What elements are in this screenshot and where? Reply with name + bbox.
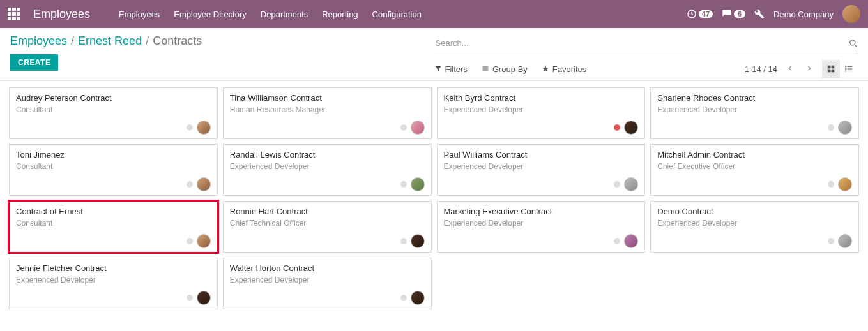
topnav-right: 47 6 Demo Company [687, 5, 860, 23]
kanban-card[interactable]: Toni JimenezConsultant [9, 144, 218, 196]
card-subtitle: Consultant [16, 105, 211, 114]
avatar[interactable] [838, 121, 852, 135]
pager-prev[interactable] [784, 64, 796, 74]
card-footer [16, 234, 211, 248]
status-dot[interactable] [187, 295, 193, 301]
kanban-card[interactable]: Walter Horton ContractExperienced Develo… [223, 258, 432, 309]
card-title: Toni Jimenez [16, 150, 211, 159]
status-dot[interactable] [828, 181, 834, 188]
avatar[interactable] [197, 177, 211, 191]
status-dot[interactable] [400, 238, 407, 244]
card-title: Walter Horton Contract [230, 263, 425, 273]
status-dot[interactable] [400, 181, 407, 188]
nav-departments[interactable]: Departments [261, 10, 308, 19]
kanban-card[interactable]: Ronnie Hart ContractChief Technical Offi… [223, 201, 432, 253]
group-by-label: Group By [492, 64, 528, 74]
status-dot[interactable] [187, 124, 193, 131]
card-title: Jennie Fletcher Contract [16, 263, 211, 273]
favorites-button[interactable]: Favorites [542, 64, 586, 74]
kanban-card[interactable]: Randall Lewis ContractExperienced Develo… [223, 144, 432, 196]
group-by-button[interactable]: Group By [482, 64, 528, 74]
kanban-card[interactable]: Jennie Fletcher ContractExperienced Deve… [9, 258, 218, 309]
breadcrumb-sep: / [71, 34, 74, 48]
svg-point-13 [846, 66, 846, 67]
avatar[interactable] [838, 177, 852, 191]
kanban-card[interactable]: Paul Williams ContractExperienced Develo… [437, 144, 646, 196]
avatar[interactable] [411, 121, 425, 135]
kanban-card[interactable]: Tina Williamson ContractHuman Resources … [223, 87, 432, 139]
brand-title: Employees [33, 8, 90, 21]
breadcrumb-mid[interactable]: Ernest Reed [78, 34, 142, 48]
list-view-button[interactable] [840, 60, 858, 78]
card-footer [444, 177, 639, 191]
avatar[interactable] [411, 291, 425, 305]
activity-icon[interactable]: 47 [687, 9, 713, 19]
card-subtitle: Chief Executive Officer [657, 162, 852, 171]
messages-icon[interactable]: 6 [722, 9, 745, 19]
user-avatar[interactable] [842, 5, 860, 23]
avatar[interactable] [197, 234, 211, 248]
company-switcher[interactable]: Demo Company [773, 10, 834, 19]
card-footer [230, 234, 425, 248]
card-title: Keith Byrd Contract [444, 93, 639, 103]
card-footer [657, 177, 852, 191]
breadcrumb-current: Contracts [153, 34, 202, 48]
avatar[interactable] [197, 291, 211, 305]
create-button[interactable]: CREATE [10, 54, 58, 71]
kanban-card[interactable]: Contract of ErnestConsultant [9, 201, 218, 253]
status-dot[interactable] [400, 295, 407, 301]
status-dot[interactable] [828, 124, 834, 131]
toolbar: Filters Group By Favorites 1-14 / 14 [434, 57, 858, 80]
avatar[interactable] [411, 177, 425, 191]
kanban-card[interactable]: Demo ContractExperienced Developer [650, 201, 859, 253]
nav-employee-directory[interactable]: Employee Directory [174, 10, 246, 19]
kanban-view-button[interactable] [822, 60, 840, 78]
status-dot[interactable] [614, 238, 620, 244]
kanban-card[interactable]: Mitchell Admin ContractChief Executive O… [650, 144, 859, 196]
card-subtitle: Experienced Developer [444, 105, 639, 114]
nav-reporting[interactable]: Reporting [322, 10, 358, 19]
card-title: Demo Contract [657, 207, 852, 216]
favorites-label: Favorites [552, 64, 586, 74]
pager-next[interactable] [803, 64, 816, 74]
kanban-card[interactable]: Keith Byrd ContractExperienced Developer [437, 87, 646, 139]
top-nav: Employees Employees Employee Directory D… [0, 0, 868, 28]
nav-configuration[interactable]: Configuration [372, 10, 422, 19]
status-dot[interactable] [828, 238, 834, 244]
card-footer [444, 234, 639, 248]
nav-employees[interactable]: Employees [119, 10, 160, 19]
breadcrumb-root[interactable]: Employees [10, 34, 67, 48]
status-dot[interactable] [400, 124, 407, 131]
kanban-card[interactable]: Marketing Executive ContractExperienced … [437, 201, 646, 253]
avatar[interactable] [838, 234, 852, 248]
apps-icon[interactable] [8, 8, 20, 20]
pager-text: 1-14 / 14 [745, 64, 777, 74]
filters-button[interactable]: Filters [434, 64, 468, 74]
status-dot[interactable] [187, 238, 193, 244]
card-subtitle: Experienced Developer [444, 162, 639, 171]
status-dot[interactable] [614, 124, 620, 131]
settings-icon[interactable] [754, 9, 765, 19]
status-dot[interactable] [614, 181, 620, 188]
breadcrumb: Employees / Ernest Reed / Contracts [10, 34, 434, 48]
avatar[interactable] [197, 121, 211, 135]
search-icon[interactable] [849, 39, 858, 48]
view-switcher [822, 60, 858, 78]
card-subtitle: Consultant [16, 219, 211, 228]
avatar[interactable] [624, 121, 638, 135]
filters-label: Filters [445, 64, 468, 74]
avatar[interactable] [624, 234, 638, 248]
card-subtitle: Experienced Developer [230, 162, 425, 171]
breadcrumb-sep: / [146, 34, 149, 48]
card-subtitle: Experienced Developer [444, 219, 639, 228]
avatar[interactable] [624, 177, 638, 191]
svg-rect-9 [832, 70, 835, 73]
status-dot[interactable] [187, 181, 193, 188]
search-input[interactable] [434, 37, 849, 49]
card-title: Paul Williams Contract [444, 150, 639, 159]
kanban-card[interactable]: Sharlene Rhodes ContractExperienced Deve… [650, 87, 859, 139]
kanban-card[interactable]: Audrey Peterson ContractConsultant [9, 87, 218, 139]
avatar[interactable] [411, 234, 425, 248]
card-footer [657, 234, 852, 248]
main-nav: Employees Employee Directory Departments… [119, 10, 422, 19]
